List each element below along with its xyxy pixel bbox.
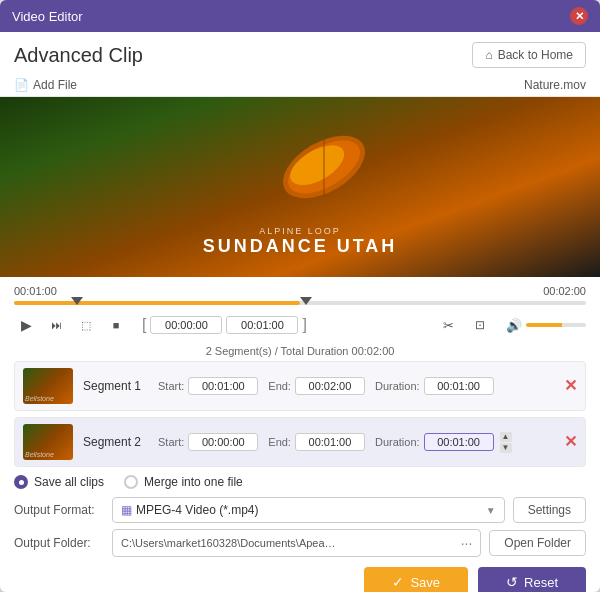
timeline-start: 00:01:00 (14, 285, 57, 297)
segment-end-field: End: (268, 433, 365, 451)
segment-progress (15, 408, 585, 410)
format-select[interactable]: ▦ MPEG-4 Video (*.mp4) ▼ (112, 497, 505, 523)
window-title: Video Editor (12, 9, 83, 24)
segment-end-input[interactable] (295, 433, 365, 451)
segment-count-label: 2 Segment(s) / Total Duration 00:02:00 (206, 345, 395, 357)
segment-thumbnail: Bellstone (23, 368, 73, 404)
chevron-down-icon: ▼ (486, 505, 496, 516)
add-file-button[interactable]: 📄 Add File (14, 78, 77, 92)
timeline-track[interactable] (14, 301, 586, 305)
scissors-icon[interactable]: ✂ (436, 313, 460, 337)
page-title: Advanced Clip (14, 44, 143, 67)
time-end-input[interactable] (226, 316, 298, 334)
leaf-decoration (264, 107, 384, 227)
segment-label: Segment 2 (83, 435, 148, 449)
segment-start-field: Start: (158, 377, 258, 395)
video-overlay: ALPINE LOOP SUNDANCE UTAH (203, 226, 398, 257)
segment-info-bar: 2 Segment(s) / Total Duration 00:02:00 (0, 343, 600, 361)
save-button[interactable]: ✓ Save (364, 567, 468, 592)
step-forward-button[interactable]: ⏭ (44, 313, 68, 337)
reset-button[interactable]: ↺ Reset (478, 567, 586, 592)
volume-row: 🔊 (506, 318, 586, 333)
folder-path-display: C:\Users\market160328\Documents\Apeaksof… (112, 529, 481, 557)
reset-label: Reset (524, 575, 558, 590)
add-file-icon: 📄 (14, 78, 29, 92)
format-label: Output Format: (14, 503, 104, 517)
stop-button[interactable]: ■ (104, 313, 128, 337)
timeline-bar: 00:01:00 00:02:00 (0, 277, 600, 307)
duration-label: Duration: (375, 380, 420, 392)
output-format-row: Output Format: ▦ MPEG-4 Video (*.mp4) ▼ … (14, 497, 586, 523)
add-file-label: Add File (33, 78, 77, 92)
settings-button[interactable]: Settings (513, 497, 586, 523)
segment-end-input[interactable] (295, 377, 365, 395)
format-icon: ▦ (121, 503, 132, 517)
segment-duration-input-highlighted[interactable] (424, 433, 494, 451)
spinner-up[interactable]: ▲ (500, 432, 512, 442)
segment-duration-field: Duration: ▲ ▼ (375, 432, 512, 453)
back-button-label: Back to Home (498, 48, 573, 62)
controls-row: ▶ ⏭ ⬚ ■ [ ] ✂ ⊡ 🔊 (0, 307, 600, 343)
start-label: Start: (158, 436, 184, 448)
bracket-left: [ (142, 317, 146, 333)
thumb-text: Bellstone (25, 395, 54, 402)
merge-option[interactable]: Merge into one file (124, 475, 243, 489)
segment-start-input[interactable] (188, 377, 258, 395)
open-folder-button[interactable]: Open Folder (489, 530, 586, 556)
frame-step-button[interactable]: ⬚ (74, 313, 98, 337)
clip-icons: ✂ ⊡ (436, 313, 492, 337)
action-buttons-row: ✓ Save ↺ Reset (0, 561, 600, 592)
thumb-text: Bellstone (25, 451, 54, 458)
save-all-radio[interactable] (14, 475, 28, 489)
segment-thumbnail: Bellstone (23, 424, 73, 460)
output-folder-row: Output Folder: C:\Users\market160328\Doc… (14, 529, 586, 557)
merge-radio[interactable] (124, 475, 138, 489)
timeline-timestamps: 00:01:00 00:02:00 (14, 285, 586, 297)
merge-label: Merge into one file (144, 475, 243, 489)
reset-icon: ↺ (506, 574, 518, 590)
segment-delete-button[interactable]: ✕ (564, 378, 577, 394)
segment-delete-button[interactable]: ✕ (564, 434, 577, 450)
main-content: Advanced Clip ⌂ Back to Home 📄 Add File … (0, 32, 600, 592)
segment-duration-input[interactable] (424, 377, 494, 395)
volume-slider[interactable] (526, 323, 586, 327)
timeline-end: 00:02:00 (543, 285, 586, 297)
duration-spinners: ▲ ▼ (500, 432, 512, 453)
end-label: End: (268, 380, 291, 392)
start-label: Start: (158, 380, 184, 392)
format-value: MPEG-4 Video (*.mp4) (136, 503, 482, 517)
end-label: End: (268, 436, 291, 448)
save-all-clips-option[interactable]: Save all clips (14, 475, 104, 489)
save-options-row: Save all clips Merge into one file (0, 467, 600, 493)
video-title: SUNDANCE UTAH (203, 236, 398, 257)
save-check-icon: ✓ (392, 574, 404, 590)
app-window: Video Editor ✕ Advanced Clip ⌂ Back to H… (0, 0, 600, 592)
volume-icon: 🔊 (506, 318, 522, 333)
video-preview: ALPINE LOOP SUNDANCE UTAH (0, 97, 600, 277)
back-to-home-button[interactable]: ⌂ Back to Home (472, 42, 586, 68)
toolbar-row: 📄 Add File Nature.mov (0, 74, 600, 97)
segment-start-input[interactable] (188, 433, 258, 451)
video-subtitle: ALPINE LOOP (203, 226, 398, 236)
bracket-right: ] (302, 317, 306, 333)
play-button[interactable]: ▶ (14, 313, 38, 337)
duration-label: Duration: (375, 436, 420, 448)
segment-label: Segment 1 (83, 379, 148, 393)
folder-browse-button[interactable]: ··· (461, 535, 473, 551)
close-button[interactable]: ✕ (570, 7, 588, 25)
spinner-down[interactable]: ▼ (500, 443, 512, 453)
segment-start-field: Start: (158, 433, 258, 451)
segments-container: Bellstone Segment 1 Start: End: Duration… (0, 361, 600, 467)
home-icon: ⌂ (485, 48, 492, 62)
timeline-handle-right[interactable] (300, 297, 312, 305)
segment-duration-field: Duration: (375, 377, 494, 395)
time-range-box: [ ] (142, 316, 307, 334)
save-label: Save (410, 575, 440, 590)
timeline-handle-left[interactable] (71, 297, 83, 305)
output-rows: Output Format: ▦ MPEG-4 Video (*.mp4) ▼ … (0, 493, 600, 561)
camera-icon[interactable]: ⊡ (468, 313, 492, 337)
timeline-progress (14, 301, 300, 305)
titlebar: Video Editor ✕ (0, 0, 600, 32)
time-start-input[interactable] (150, 316, 222, 334)
header-row: Advanced Clip ⌂ Back to Home (0, 32, 600, 74)
